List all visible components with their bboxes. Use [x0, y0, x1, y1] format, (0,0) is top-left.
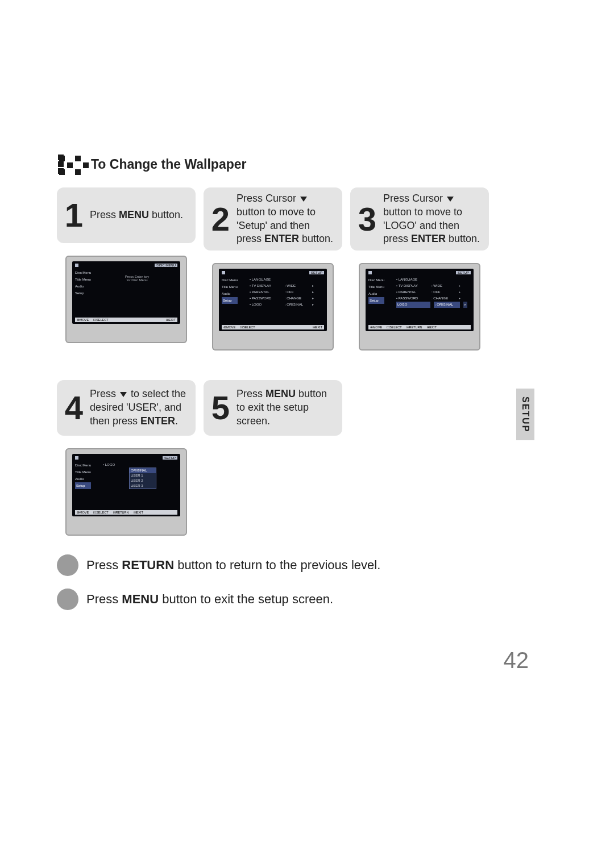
- osd-header-right: DISC MENU: [155, 264, 177, 267]
- steps-grid: 1 Press MENU button. DISC MENU Disc Menu…: [57, 187, 506, 536]
- step-text: Press to select the desired 'USER', and …: [90, 387, 189, 428]
- step-text: Press Cursor button to move to 'Setup' a…: [237, 192, 335, 246]
- page-number: 42: [504, 648, 529, 673]
- note-row: Press MENU button to exit the setup scre…: [57, 589, 506, 610]
- section-heading: To Change the Wallpaper: [91, 157, 246, 172]
- down-arrow-icon: [300, 197, 307, 202]
- step-5: 5 Press MENU button to exit the setup sc…: [204, 380, 342, 536]
- manual-page: To Change the Wallpaper 1 Press MENU but…: [57, 153, 506, 536]
- note-row: Press RETURN button to return to the pre…: [57, 554, 506, 576]
- note-text: Press MENU button to exit the setup scre…: [86, 592, 333, 607]
- step-number: 2: [210, 203, 231, 236]
- section-heading-row: To Change the Wallpaper: [57, 153, 506, 175]
- step-text: Press MENU button.: [90, 208, 183, 222]
- osd-header-left: [75, 264, 78, 267]
- step-4: 4 Press to select the desired 'USER', an…: [57, 380, 196, 536]
- osd-footer: ⊗MOVE ⊡SELECT ⊞EXIT: [75, 318, 177, 322]
- step-number: 3: [357, 203, 377, 236]
- step-number: 4: [64, 391, 84, 424]
- step-1: 1 Press MENU button. DISC MENU Disc Menu…: [57, 187, 196, 350]
- bullet-icon: [57, 589, 78, 610]
- osd-dropdown: ORIGINAL USER 1 USER 2 USER 3: [129, 468, 156, 489]
- step-text: Press MENU button to exit the setup scre…: [237, 387, 335, 428]
- step-text: Press Cursor button to move to 'LOGO' an…: [383, 192, 482, 246]
- side-tab-setup: SETUP: [516, 389, 534, 440]
- note-text: Press RETURN button to return to the pre…: [86, 558, 380, 573]
- osd-sidebar: Disc MenuTitle MenuAudioSetup: [222, 277, 238, 304]
- osd-rows: • LANGUAGE • TV DISPLAY: WIDE▸ • PARENTA…: [396, 277, 467, 308]
- step-number: 1: [64, 199, 84, 232]
- osd-sidebar: Disc Menu Title Menu Audio Setup: [75, 269, 91, 297]
- step-3: 3 Press Cursor button to move to 'LOGO' …: [350, 187, 489, 350]
- pixel-arrow-icon: [57, 153, 85, 175]
- step-2: 2 Press Cursor button to move to 'Setup'…: [204, 187, 342, 350]
- osd-rows: • LANGUAGE • TV DISPLAY: WIDE▸ • PARENTA…: [250, 277, 314, 308]
- footer-notes: Press RETURN button to return to the pre…: [57, 554, 506, 623]
- down-arrow-icon: [120, 392, 127, 397]
- step-number: 5: [210, 391, 231, 424]
- step-banner: 1 Press MENU button.: [57, 187, 196, 243]
- down-arrow-icon: [447, 197, 454, 202]
- osd-center-text: Press Enter key for Disc Menu: [109, 275, 165, 282]
- bullet-icon: [57, 554, 78, 576]
- tv-illustration: DISC MENU Disc Menu Title Menu Audio Set…: [57, 256, 196, 343]
